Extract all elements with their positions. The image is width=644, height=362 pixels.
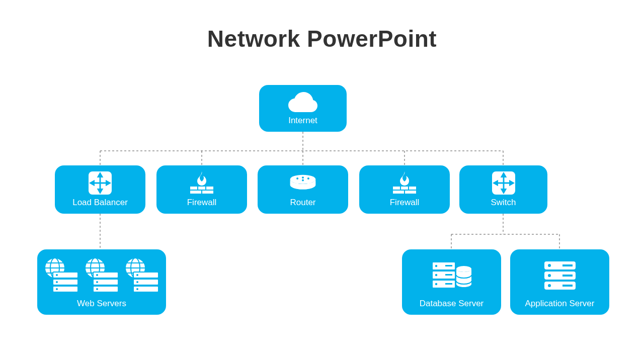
node-label: Firewall	[187, 198, 217, 208]
node-label: Switch	[491, 198, 516, 208]
application-server-icon	[515, 254, 604, 297]
svg-point-55	[56, 281, 58, 283]
node-router: Router	[258, 165, 348, 214]
svg-rect-89	[445, 283, 452, 285]
svg-point-66	[96, 274, 98, 276]
svg-point-90	[456, 266, 471, 272]
node-load-balancer: Load Balancer	[55, 165, 145, 214]
svg-point-78	[136, 274, 138, 276]
page-title: Network PowerPoint	[0, 25, 644, 52]
svg-rect-21	[190, 187, 197, 190]
svg-rect-35	[405, 191, 416, 194]
svg-rect-33	[409, 187, 416, 190]
node-firewall-1: Firewall	[156, 165, 247, 214]
firewall-icon	[364, 170, 445, 196]
router-icon	[263, 170, 343, 196]
database-server-icon	[407, 254, 496, 297]
svg-point-67	[96, 281, 98, 283]
svg-rect-87	[445, 265, 452, 266]
svg-rect-34	[393, 191, 404, 194]
svg-point-86	[435, 283, 437, 285]
svg-rect-88	[445, 274, 452, 276]
svg-point-94	[548, 264, 551, 267]
svg-point-85	[435, 274, 437, 276]
load-balancer-icon	[60, 170, 140, 196]
node-application-server: Application Server	[510, 249, 609, 315]
node-database-server: Database Server	[402, 249, 501, 315]
node-switch: Switch	[459, 165, 547, 214]
node-label: Load Balancer	[72, 198, 128, 208]
svg-point-28	[302, 176, 304, 178]
node-label: Web Servers	[77, 299, 126, 309]
switch-icon	[464, 170, 542, 196]
svg-point-68	[96, 288, 98, 290]
svg-rect-98	[562, 275, 573, 277]
svg-rect-31	[393, 187, 400, 190]
node-firewall-2: Firewall	[359, 165, 450, 214]
node-label: Database Server	[420, 299, 484, 309]
svg-rect-25	[202, 191, 213, 194]
svg-point-29	[307, 177, 309, 179]
svg-rect-24	[190, 191, 201, 194]
svg-point-96	[548, 284, 551, 287]
svg-rect-97	[562, 264, 573, 266]
svg-point-27	[296, 177, 298, 179]
svg-point-80	[136, 288, 138, 290]
svg-rect-23	[206, 187, 213, 190]
svg-point-54	[56, 274, 58, 276]
firewall-icon	[162, 170, 242, 196]
node-label: Firewall	[390, 198, 420, 208]
svg-rect-22	[198, 187, 205, 190]
node-internet: Internet	[259, 85, 347, 132]
svg-point-79	[136, 281, 138, 283]
node-label: Internet	[288, 116, 317, 126]
svg-point-84	[435, 265, 437, 267]
node-label: Router	[290, 198, 315, 208]
node-web-servers: Web Servers	[37, 249, 166, 315]
web-servers-icon	[42, 254, 161, 297]
svg-point-56	[56, 288, 58, 290]
node-label: Application Server	[525, 299, 595, 309]
svg-rect-99	[562, 285, 573, 287]
svg-point-30	[302, 179, 304, 182]
cloud-icon	[264, 90, 342, 114]
svg-point-95	[548, 274, 551, 277]
svg-rect-32	[401, 187, 408, 190]
